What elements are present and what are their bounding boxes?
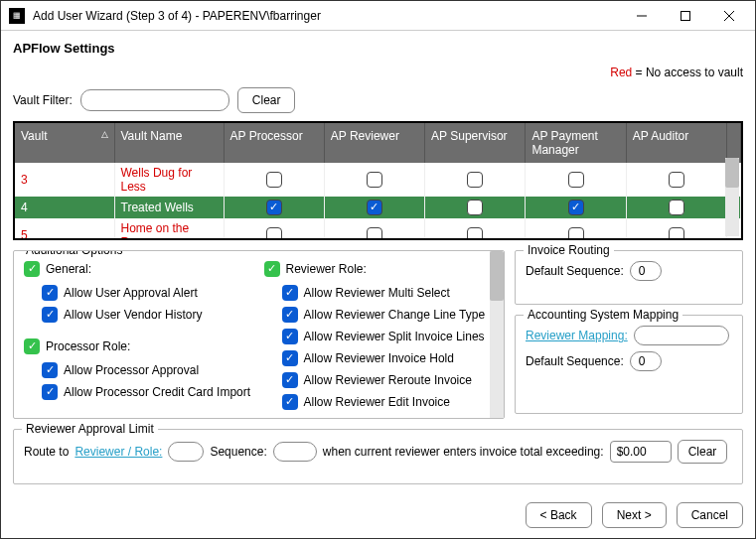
role-checkbox[interactable] bbox=[568, 172, 584, 188]
vault-filter-clear-button[interactable]: Clear bbox=[237, 87, 296, 113]
role-checkbox[interactable] bbox=[266, 200, 282, 215]
col-ap-reviewer[interactable]: AP Reviewer bbox=[324, 123, 424, 163]
cell-vault-name: Home on the Range... bbox=[114, 218, 224, 240]
option-label: Allow Processor Approval bbox=[64, 363, 199, 377]
col-ap-supervisor[interactable]: AP Supervisor bbox=[425, 123, 526, 163]
role-checkbox[interactable] bbox=[568, 200, 584, 215]
role-checkbox[interactable] bbox=[669, 172, 684, 188]
role-checkbox[interactable] bbox=[467, 200, 483, 215]
option-checkbox[interactable] bbox=[282, 372, 298, 388]
ral-route-to-label: Route to bbox=[24, 445, 69, 459]
option-label: Allow Reviewer Split Invoice Lines bbox=[304, 330, 485, 343]
mapping-seq-label: Default Sequence: bbox=[526, 354, 624, 368]
col-vault[interactable]: Vault△ bbox=[15, 123, 114, 163]
additional-options-group: Additional Options General:Allow User Ap… bbox=[13, 250, 505, 419]
option-label: Allow Reviewer Invoice Hold bbox=[304, 351, 454, 365]
option-label: Allow User Approval Alert bbox=[64, 286, 198, 300]
col-ap-auditor[interactable]: AP Auditor bbox=[626, 123, 726, 163]
option-label: Allow Processor Credit Card Import bbox=[64, 385, 250, 399]
role-checkbox[interactable] bbox=[367, 172, 382, 188]
group-check-icon[interactable] bbox=[24, 338, 40, 354]
cell-vault-id: 3 bbox=[15, 163, 114, 197]
invoice-routing-group: Invoice Routing Default Sequence: bbox=[515, 250, 743, 305]
ral-seq-input[interactable] bbox=[273, 442, 317, 462]
role-checkbox[interactable] bbox=[467, 172, 483, 188]
ral-reviewer-role-link[interactable]: Reviewer / Role: bbox=[75, 445, 162, 459]
col-vault-name[interactable]: Vault Name bbox=[114, 123, 224, 163]
vault-filter-label: Vault Filter: bbox=[13, 93, 73, 107]
opt-group-label: Reviewer Role: bbox=[286, 262, 367, 276]
option-checkbox[interactable] bbox=[42, 285, 58, 301]
option-label: Allow Reviewer Multi Select bbox=[304, 286, 450, 300]
options-scroll-thumb[interactable] bbox=[490, 251, 504, 301]
vault-table: Vault△ Vault Name AP Processor AP Review… bbox=[13, 121, 743, 240]
window-title: Add User Wizard (Step 3 of 4) - PAPERENV… bbox=[33, 9, 620, 23]
legend-red-meaning: = No access to vault bbox=[632, 66, 743, 79]
option-label: Allow User Vendor History bbox=[64, 308, 202, 322]
ral-seq-label: Sequence: bbox=[210, 445, 266, 459]
reviewer-mapping-link[interactable]: Reviewer Mapping: bbox=[526, 329, 628, 342]
maximize-button[interactable] bbox=[664, 2, 707, 30]
legend-note: Red = No access to vault bbox=[13, 66, 743, 79]
role-checkbox[interactable] bbox=[367, 200, 382, 215]
group-check-icon[interactable] bbox=[24, 261, 40, 277]
ral-amount-input[interactable] bbox=[610, 441, 672, 463]
back-button[interactable]: < Back bbox=[526, 502, 592, 528]
table-header-row: Vault△ Vault Name AP Processor AP Review… bbox=[15, 123, 741, 163]
option-checkbox[interactable] bbox=[282, 350, 298, 366]
sort-asc-icon: △ bbox=[101, 129, 108, 139]
option-checkbox[interactable] bbox=[42, 307, 58, 323]
col-scroll-gutter bbox=[727, 123, 741, 163]
legend-red-label: Red bbox=[610, 66, 632, 79]
next-button[interactable]: Next > bbox=[602, 502, 667, 528]
role-checkbox[interactable] bbox=[568, 227, 584, 240]
ral-legend: Reviewer Approval Limit bbox=[22, 422, 158, 436]
opt-group-label: General: bbox=[46, 262, 91, 276]
role-checkbox[interactable] bbox=[266, 227, 282, 240]
role-checkbox[interactable] bbox=[669, 200, 684, 215]
option-label: Allow Reviewer Reroute Invoice bbox=[304, 373, 472, 387]
option-label: Allow Reviewer Edit Invoice bbox=[304, 395, 450, 409]
additional-options-legend: Additional Options bbox=[22, 250, 126, 257]
accounting-mapping-legend: Accounting System Mapping bbox=[524, 308, 682, 322]
invoice-routing-legend: Invoice Routing bbox=[524, 243, 614, 257]
mapping-seq-input[interactable] bbox=[630, 351, 662, 371]
table-row[interactable]: 5Home on the Range... bbox=[15, 218, 741, 240]
page-title: APFlow Settings bbox=[13, 41, 743, 56]
close-button[interactable] bbox=[707, 2, 751, 30]
cell-vault-id: 4 bbox=[15, 197, 114, 218]
option-checkbox[interactable] bbox=[42, 384, 58, 400]
col-ap-payment-manager[interactable]: AP Payment Manager bbox=[526, 123, 626, 163]
svg-rect-1 bbox=[681, 11, 690, 20]
table-row[interactable]: 3Wells Dug for Less bbox=[15, 163, 741, 197]
app-icon: ▦ bbox=[9, 8, 25, 24]
role-checkbox[interactable] bbox=[669, 227, 684, 240]
cell-vault-id: 5 bbox=[15, 218, 114, 240]
option-label: Allow Reviewer Change Line Type bbox=[304, 308, 486, 322]
reviewer-mapping-input[interactable] bbox=[634, 326, 729, 345]
routing-seq-label: Default Sequence: bbox=[526, 264, 624, 278]
option-checkbox[interactable] bbox=[282, 285, 298, 301]
role-checkbox[interactable] bbox=[467, 227, 483, 240]
vault-table-scroll-thumb[interactable] bbox=[725, 158, 739, 188]
cancel-button[interactable]: Cancel bbox=[677, 502, 743, 528]
cell-vault-name: Treated Wells bbox=[114, 197, 224, 218]
vault-filter-input[interactable] bbox=[80, 89, 229, 111]
title-bar: ▦ Add User Wizard (Step 3 of 4) - PAPERE… bbox=[1, 1, 755, 31]
option-checkbox[interactable] bbox=[282, 307, 298, 323]
option-checkbox[interactable] bbox=[282, 394, 298, 410]
ral-clear-button[interactable]: Clear bbox=[678, 440, 728, 464]
ral-reviewer-role-input[interactable] bbox=[168, 442, 204, 462]
cell-vault-name: Wells Dug for Less bbox=[114, 163, 224, 197]
option-checkbox[interactable] bbox=[42, 362, 58, 378]
opt-group-label: Processor Role: bbox=[46, 339, 130, 353]
minimize-button[interactable] bbox=[620, 2, 664, 30]
option-checkbox[interactable] bbox=[282, 329, 298, 344]
col-ap-processor[interactable]: AP Processor bbox=[224, 123, 324, 163]
routing-seq-input[interactable] bbox=[630, 261, 662, 281]
accounting-mapping-group: Accounting System Mapping Reviewer Mappi… bbox=[515, 315, 743, 414]
table-row[interactable]: 4Treated Wells bbox=[15, 197, 741, 218]
group-check-icon[interactable] bbox=[264, 261, 280, 277]
role-checkbox[interactable] bbox=[266, 172, 282, 188]
role-checkbox[interactable] bbox=[367, 227, 382, 240]
